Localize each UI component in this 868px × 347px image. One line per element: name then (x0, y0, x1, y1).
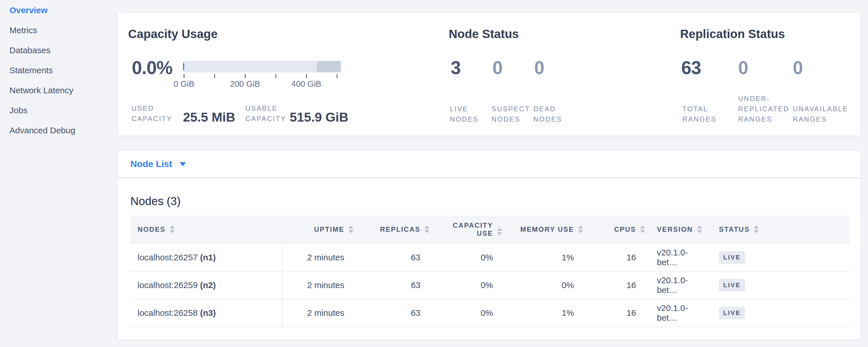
capacity-use-cell: 0% (428, 244, 504, 271)
axis-label-0gib: 0 GiB (174, 79, 194, 89)
live-nodes-label: LIVE NODES (450, 104, 478, 124)
sort-arrows-icon (640, 225, 645, 233)
dead-nodes-label: DEAD NODES (533, 104, 562, 124)
capacity-usage-title: Capacity Usage (128, 28, 218, 41)
column-header-replicas[interactable]: REPLICAS (351, 215, 428, 244)
table-row[interactable]: localhost:26259 (n2) 2 minutes 63 0% 0% … (130, 271, 850, 299)
axis-tick (337, 74, 338, 78)
node-address-cell: localhost:26258 (n3) (130, 299, 282, 327)
axis-label-200gib: 200 GiB (230, 79, 260, 89)
sidebar: Overview Metrics Databases Statements Ne… (0, 0, 117, 347)
status-badge: LIVE (719, 307, 745, 319)
uptime-cell: 2 minutes (282, 299, 351, 327)
replicas-cell: 63 (351, 299, 428, 327)
unavailable-ranges-label: UNAVAILABLE RANGES (793, 104, 848, 124)
chevron-down-icon (180, 162, 186, 166)
total-ranges-label: TOTAL RANGES (682, 104, 716, 124)
uptime-cell: 2 minutes (282, 244, 351, 271)
usable-capacity-label: USABLE CAPACITY (245, 103, 286, 124)
used-capacity-label: USED CAPACITY (131, 103, 172, 124)
memory-use-cell: 1% (504, 244, 584, 271)
node-status-title: Node Status (449, 28, 519, 41)
memory-use-cell: 1% (504, 299, 584, 327)
column-header-uptime[interactable]: UPTIME (282, 215, 351, 244)
axis-tick (184, 74, 184, 78)
node-list-dropdown-label: Node List (130, 159, 172, 169)
cpus-cell: 16 (584, 299, 646, 327)
column-header-status[interactable]: STATUS (708, 215, 850, 244)
node-list-dropdown[interactable]: Node List (130, 159, 186, 169)
uptime-cell: 2 minutes (282, 271, 351, 299)
sidebar-item-advanced-debug[interactable]: Advanced Debug (9, 125, 117, 136)
sort-arrows-icon (497, 228, 502, 235)
replicas-cell: 63 (351, 244, 428, 271)
node-address-cell: localhost:26257 (n1) (130, 244, 282, 271)
used-capacity-value: 25.5 MiB (183, 110, 236, 125)
column-header-nodes[interactable]: NODES (130, 215, 282, 244)
nodes-table: NODES UPTIME REPLICAS CAPACITY USE (130, 215, 850, 327)
nodes-table-wrapper: NODES UPTIME REPLICAS CAPACITY USE (130, 215, 849, 327)
cluster-summary-card: Capacity Usage 0.0% 0 GiB 200 GiB 400 Gi… (117, 12, 861, 136)
node-id: (n3) (200, 308, 216, 318)
sidebar-item-databases[interactable]: Databases (9, 44, 117, 56)
column-header-memory-use[interactable]: MEMORY USE (504, 215, 584, 244)
memory-use-cell: 0% (504, 271, 584, 299)
axis-tick (245, 74, 246, 78)
capacity-use-cell: 0% (428, 299, 504, 327)
unavailable-ranges-count: 0 (793, 58, 803, 78)
live-nodes-count: 3 (451, 58, 461, 78)
sidebar-item-statements[interactable]: Statements (9, 65, 117, 76)
capacity-bar-used-segment (183, 63, 184, 70)
version-cell: v20.1.0-bet… (646, 271, 708, 299)
cpus-cell: 16 (584, 244, 646, 271)
column-header-cpus[interactable]: CPUS (584, 215, 646, 244)
table-row[interactable]: localhost:26257 (n1) 2 minutes 63 0% 1% … (130, 244, 850, 271)
sort-arrows-icon (169, 225, 175, 233)
column-header-capacity-use[interactable]: CAPACITY USE (428, 215, 504, 244)
table-header-row: NODES UPTIME REPLICAS CAPACITY USE (130, 215, 850, 244)
version-cell: v20.1.0-bet… (646, 299, 708, 327)
capacity-bar-dark-segment (317, 61, 341, 72)
under-replicated-ranges-count: 0 (738, 58, 748, 78)
usable-capacity-value: 515.9 GiB (290, 110, 348, 125)
version-cell: v20.1.0-bet… (646, 244, 708, 271)
column-header-version[interactable]: VERSION (646, 215, 708, 244)
suspect-nodes-count: 0 (493, 58, 502, 78)
node-list-selector-card: Node List (117, 151, 861, 178)
table-row[interactable]: localhost:26258 (n3) 2 minutes 63 0% 1% … (130, 299, 850, 327)
node-address-cell: localhost:26259 (n2) (130, 271, 282, 299)
status-cell: LIVE (708, 271, 850, 299)
capacity-used-percent: 0.0% (132, 58, 173, 78)
cpus-cell: 16 (584, 271, 646, 299)
capacity-bar (183, 61, 341, 72)
sort-arrows-icon (697, 225, 702, 233)
status-cell: LIVE (708, 244, 850, 271)
total-ranges-count: 63 (681, 58, 701, 78)
node-id: (n2) (200, 280, 216, 290)
sidebar-item-network-latency[interactable]: Network Latency (9, 85, 117, 96)
node-id: (n1) (200, 253, 216, 262)
dead-nodes-count: 0 (534, 58, 544, 78)
sidebar-item-jobs[interactable]: Jobs (9, 105, 117, 116)
status-badge: LIVE (719, 251, 745, 264)
status-badge: LIVE (719, 279, 745, 291)
sort-arrows-icon (753, 225, 759, 233)
suspect-nodes-label: SUSPECT NODES (492, 104, 530, 124)
axis-tick (275, 74, 276, 78)
axis-tick (214, 74, 215, 78)
sidebar-item-metrics[interactable]: Metrics (9, 25, 117, 36)
sort-arrows-icon (348, 225, 353, 233)
under-replicated-ranges-label: UNDER- REPLICATED RANGES (738, 94, 789, 124)
nodes-table-card: Nodes (3) NODES UPTIME (117, 179, 861, 340)
sidebar-item-overview[interactable]: Overview (9, 5, 117, 16)
sort-arrows-icon (425, 225, 430, 233)
capacity-use-cell: 0% (428, 271, 504, 299)
sort-arrows-icon (578, 225, 583, 233)
axis-label-400gib: 400 GiB (291, 79, 321, 89)
main-content: Capacity Usage 0.0% 0 GiB 200 GiB 400 Gi… (117, 12, 861, 347)
replication-status-title: Replication Status (680, 28, 785, 41)
status-cell: LIVE (708, 299, 850, 327)
axis-tick (306, 74, 307, 78)
replicas-cell: 63 (351, 271, 428, 299)
nodes-table-title: Nodes (3) (130, 194, 861, 208)
